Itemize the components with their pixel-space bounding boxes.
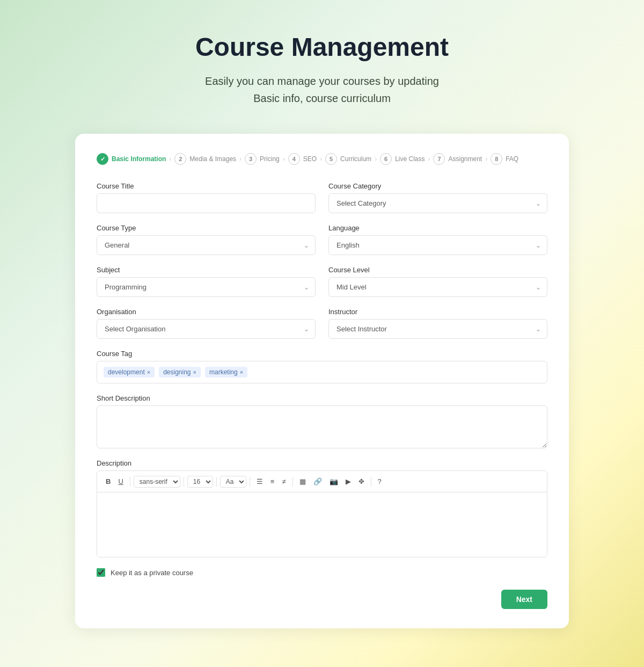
step-6[interactable]: 6 Live Class bbox=[380, 153, 425, 165]
font-size-select[interactable]: 16 bbox=[187, 476, 213, 488]
private-course-label: Keep it as a private course bbox=[111, 569, 193, 577]
group-course-title: Course Title bbox=[97, 182, 316, 213]
help-button[interactable]: ? bbox=[375, 475, 385, 488]
separator-4 bbox=[250, 477, 250, 487]
group-language: Language English ⌄ bbox=[328, 224, 547, 255]
group-subject: Subject Programming ⌄ bbox=[97, 266, 316, 297]
tag-container[interactable]: development × designing × marketing × bbox=[97, 361, 547, 383]
font-size-aa-select[interactable]: Aa bbox=[220, 476, 246, 488]
subject-select[interactable]: Programming bbox=[97, 277, 316, 297]
step-7[interactable]: 7 Assignment bbox=[433, 153, 482, 165]
subject-wrapper: Programming ⌄ bbox=[97, 277, 316, 297]
organisation-select[interactable]: Select Organisation bbox=[97, 319, 316, 339]
tag-designing: designing × bbox=[159, 367, 201, 378]
course-level-select[interactable]: Mid Level bbox=[328, 277, 547, 297]
course-type-wrapper: General ⌄ bbox=[97, 235, 316, 255]
next-button[interactable]: Next bbox=[501, 590, 547, 609]
step-1-circle: ✓ bbox=[97, 153, 108, 165]
step-6-label: Live Class bbox=[395, 155, 425, 163]
step-4-label: SEO bbox=[303, 155, 317, 163]
short-description-textarea[interactable] bbox=[97, 405, 547, 448]
video-button[interactable]: ▶ bbox=[342, 475, 354, 488]
course-level-wrapper: Mid Level ⌄ bbox=[328, 277, 547, 297]
page-title: Course Management bbox=[195, 32, 449, 62]
step-5[interactable]: 5 Curriculum bbox=[325, 153, 371, 165]
form-card: ✓ Basic Information › 2 Media & Images ›… bbox=[75, 134, 569, 628]
instructor-label: Instructor bbox=[328, 308, 547, 316]
course-level-label: Course Level bbox=[328, 266, 547, 274]
row-subject-level: Subject Programming ⌄ Course Level Mid L… bbox=[97, 266, 547, 297]
underline-button[interactable]: U bbox=[115, 475, 126, 488]
step-4[interactable]: 4 SEO bbox=[288, 153, 317, 165]
ordered-list-button[interactable]: ≡ bbox=[267, 475, 278, 488]
course-tag-label: Course Tag bbox=[97, 350, 547, 358]
separator-5 bbox=[292, 477, 293, 487]
course-type-label: Course Type bbox=[97, 224, 316, 232]
group-organisation: Organisation Select Organisation ⌄ bbox=[97, 308, 316, 339]
organisation-label: Organisation bbox=[97, 308, 316, 316]
step-1-label: Basic Information bbox=[112, 155, 166, 163]
table-button[interactable]: ▦ bbox=[296, 475, 309, 488]
group-course-type: Course Type General ⌄ bbox=[97, 224, 316, 255]
row-title-category: Course Title Course Category Select Cate… bbox=[97, 182, 547, 213]
tag-development-close[interactable]: × bbox=[147, 369, 150, 375]
arrow-4: › bbox=[320, 155, 322, 163]
step-3[interactable]: 3 Pricing bbox=[245, 153, 280, 165]
organisation-wrapper: Select Organisation ⌄ bbox=[97, 319, 316, 339]
steps-nav: ✓ Basic Information › 2 Media & Images ›… bbox=[97, 153, 547, 165]
private-course-checkbox[interactable] bbox=[97, 568, 105, 577]
course-title-input[interactable] bbox=[97, 193, 316, 213]
language-label: Language bbox=[328, 224, 547, 232]
tag-development: development × bbox=[104, 367, 155, 378]
step-7-label: Assignment bbox=[448, 155, 482, 163]
editor-toolbar: B U sans-serif 16 Aa ☰ ≡ ≠ ▦ bbox=[97, 471, 547, 492]
step-5-label: Curriculum bbox=[340, 155, 371, 163]
group-course-level: Course Level Mid Level ⌄ bbox=[328, 266, 547, 297]
step-2-circle: 2 bbox=[174, 153, 186, 165]
description-label: Description bbox=[97, 459, 547, 467]
fullscreen-button[interactable]: ✥ bbox=[355, 475, 368, 488]
step-1[interactable]: ✓ Basic Information bbox=[97, 153, 166, 165]
course-category-wrapper: Select Category ⌄ bbox=[328, 193, 547, 213]
row-org-instructor: Organisation Select Organisation ⌄ Instr… bbox=[97, 308, 547, 339]
group-description: Description B U sans-serif 16 Aa ☰ ≡ bbox=[97, 459, 547, 557]
arrow-5: › bbox=[375, 155, 377, 163]
subject-label: Subject bbox=[97, 266, 316, 274]
arrow-1: › bbox=[169, 155, 171, 163]
page-subtitle: Easily you can manage your courses by up… bbox=[205, 73, 439, 107]
font-family-select[interactable]: sans-serif bbox=[134, 476, 180, 488]
tag-designing-close[interactable]: × bbox=[193, 369, 196, 375]
step-5-circle: 5 bbox=[325, 153, 337, 165]
step-3-circle: 3 bbox=[245, 153, 257, 165]
separator-3 bbox=[216, 477, 217, 487]
unordered-list-button[interactable]: ☰ bbox=[253, 475, 266, 488]
step-8[interactable]: 8 FAQ bbox=[491, 153, 518, 165]
instructor-wrapper: Select Instructor ⌄ bbox=[328, 319, 547, 339]
step-8-circle: 8 bbox=[491, 153, 502, 165]
private-course-row: Keep it as a private course bbox=[97, 568, 547, 577]
group-course-category: Course Category Select Category ⌄ bbox=[328, 182, 547, 213]
step-8-label: FAQ bbox=[506, 155, 518, 163]
language-wrapper: English ⌄ bbox=[328, 235, 547, 255]
description-editor-body[interactable] bbox=[97, 492, 547, 557]
arrow-2: › bbox=[239, 155, 241, 163]
course-category-select[interactable]: Select Category bbox=[328, 193, 547, 213]
tag-marketing-close[interactable]: × bbox=[240, 369, 243, 375]
step-7-circle: 7 bbox=[433, 153, 445, 165]
bold-button[interactable]: B bbox=[103, 475, 114, 488]
instructor-select[interactable]: Select Instructor bbox=[328, 319, 547, 339]
image-button[interactable]: 📷 bbox=[326, 475, 341, 488]
link-button[interactable]: 🔗 bbox=[310, 475, 325, 488]
group-short-description: Short Description bbox=[97, 394, 547, 448]
separator-1 bbox=[130, 477, 130, 487]
step-3-label: Pricing bbox=[260, 155, 280, 163]
group-course-tag: Course Tag development × designing × mar… bbox=[97, 350, 547, 383]
align-button[interactable]: ≠ bbox=[279, 475, 289, 488]
row-type-language: Course Type General ⌄ Language English ⌄ bbox=[97, 224, 547, 255]
tag-marketing: marketing × bbox=[205, 367, 247, 378]
group-instructor: Instructor Select Instructor ⌄ bbox=[328, 308, 547, 339]
step-2[interactable]: 2 Media & Images bbox=[174, 153, 236, 165]
step-2-label: Media & Images bbox=[189, 155, 236, 163]
language-select[interactable]: English bbox=[328, 235, 547, 255]
course-type-select[interactable]: General bbox=[97, 235, 316, 255]
